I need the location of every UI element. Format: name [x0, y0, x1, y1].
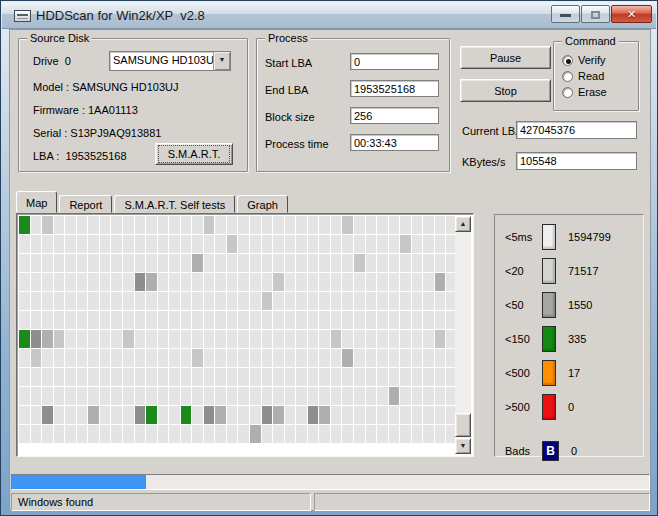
- map-cell: [158, 368, 169, 386]
- map-cell: [42, 387, 53, 405]
- minimize-button[interactable]: [551, 5, 580, 23]
- legend-label: Bads: [505, 445, 542, 457]
- map-cell: [227, 349, 238, 367]
- map-cell: [377, 330, 388, 348]
- map-cell: [331, 216, 342, 234]
- map-cell: [169, 368, 180, 386]
- map-cell: [54, 406, 65, 424]
- smart-button[interactable]: S.M.A.R.T.: [155, 143, 233, 165]
- map-cell: [204, 292, 215, 310]
- app-icon: [14, 10, 31, 22]
- radio-option-read[interactable]: Read: [562, 70, 638, 82]
- map-cell: [423, 254, 434, 272]
- map-cell: [389, 235, 400, 253]
- map-cell: [273, 425, 284, 443]
- map-cell: [77, 368, 88, 386]
- legend-row: <5ms 1594799: [505, 224, 643, 250]
- map-cell: [308, 387, 319, 405]
- map-cell: [366, 330, 377, 348]
- map-cell: [146, 406, 157, 424]
- map-cell: [31, 425, 42, 443]
- map-cell: [273, 216, 284, 234]
- close-button[interactable]: ✕: [611, 5, 652, 23]
- map-cell: [215, 425, 226, 443]
- start-lba-input[interactable]: [350, 53, 439, 70]
- map-cell: [169, 254, 180, 272]
- map-cell: [262, 330, 273, 348]
- map-cell: [135, 406, 146, 424]
- scroll-up-button[interactable]: ▲: [455, 216, 471, 232]
- map-cell: [42, 216, 53, 234]
- map-cell: [204, 406, 215, 424]
- map-cell: [354, 216, 365, 234]
- tab-graph[interactable]: Graph: [237, 195, 288, 213]
- tab-report[interactable]: Report: [59, 195, 112, 213]
- map-cell: [354, 406, 365, 424]
- block-size-input[interactable]: [350, 107, 439, 124]
- window-title: HDDScan for Win2k/XP v2.8: [36, 8, 205, 23]
- map-cell: [54, 330, 65, 348]
- serial-line: Serial : S13PJ9AQ913881: [33, 127, 161, 139]
- map-cell: [435, 349, 446, 367]
- drive-select-arrow-button[interactable]: ▼: [213, 52, 230, 70]
- status-pane-secondary: [314, 493, 650, 511]
- map-cell: [412, 216, 423, 234]
- map-cell: [192, 292, 203, 310]
- kbytes-label: KBytes/s: [462, 156, 505, 168]
- scroll-down-button[interactable]: ▼: [455, 438, 471, 454]
- map-cell: [77, 425, 88, 443]
- map-scrollbar[interactable]: ▲ ▼: [455, 216, 471, 454]
- map-cell: [181, 254, 192, 272]
- legend-color-swatch: [542, 326, 556, 352]
- end-lba-input[interactable]: [350, 80, 439, 97]
- map-cell: [111, 311, 122, 329]
- map-cell: [88, 387, 99, 405]
- map-cell: [377, 349, 388, 367]
- map-cell: [31, 330, 42, 348]
- map-cell: [354, 387, 365, 405]
- map-cell: [262, 273, 273, 291]
- map-cell: [192, 406, 203, 424]
- map-cell: [308, 425, 319, 443]
- map-cell: [204, 425, 215, 443]
- map-cell: [88, 406, 99, 424]
- legend-value: 0: [571, 445, 577, 457]
- maximize-button[interactable]: [581, 5, 610, 23]
- map-cell: [181, 216, 192, 234]
- progress-bar: [11, 474, 650, 490]
- map-cell: [100, 311, 111, 329]
- stop-button[interactable]: Stop: [460, 79, 551, 102]
- map-cell: [296, 330, 307, 348]
- map-cell: [54, 425, 65, 443]
- map-cell: [238, 425, 249, 443]
- map-cell: [377, 311, 388, 329]
- current-lba-value: [516, 121, 637, 139]
- block-map-grid: [19, 216, 457, 443]
- map-cell: [227, 292, 238, 310]
- pause-button[interactable]: Pause: [460, 46, 551, 69]
- map-cell: [331, 311, 342, 329]
- radio-option-verify[interactable]: Verify: [562, 54, 638, 66]
- map-cell: [412, 273, 423, 291]
- tab-map[interactable]: Map: [16, 191, 57, 213]
- legend-label: <500: [505, 367, 542, 379]
- map-cell: [227, 387, 238, 405]
- map-cell: [412, 292, 423, 310]
- map-cell: [308, 292, 319, 310]
- map-cell: [331, 273, 342, 291]
- tab-s-m-a-r-t-self-tests[interactable]: S.M.A.R.T. Self tests: [114, 195, 235, 213]
- process-time-input[interactable]: [350, 134, 439, 151]
- map-cell: [192, 387, 203, 405]
- map-cell: [250, 235, 261, 253]
- radio-option-erase[interactable]: Erase: [562, 86, 638, 98]
- map-cell: [389, 311, 400, 329]
- scrollbar-thumb[interactable]: [455, 413, 471, 437]
- map-cell: [19, 368, 30, 386]
- map-cell: [331, 235, 342, 253]
- drive-select[interactable]: SAMSUNG HD103U ▼: [109, 51, 231, 71]
- map-cell: [331, 368, 342, 386]
- map-cell: [158, 311, 169, 329]
- map-cell: [435, 216, 446, 234]
- map-cell: [192, 368, 203, 386]
- map-cell: [181, 235, 192, 253]
